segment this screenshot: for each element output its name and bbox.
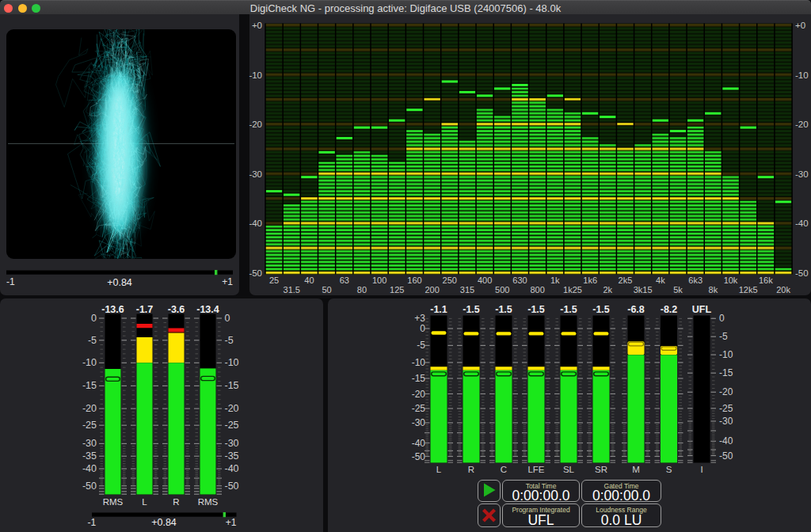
svg-text:-30: -30 [719, 416, 733, 427]
svg-text:S: S [666, 465, 672, 474]
svg-text:20k: 20k [776, 285, 790, 294]
svg-text:1k6: 1k6 [583, 276, 597, 285]
svg-text:-30: -30 [795, 169, 809, 179]
svg-text:-20: -20 [795, 120, 809, 129]
svg-text:-35: -35 [225, 450, 239, 462]
svg-text:-15: -15 [82, 380, 97, 391]
svg-text:-1: -1 [6, 276, 15, 287]
svg-text:-5: -5 [88, 335, 97, 346]
svg-text:-1.5: -1.5 [527, 304, 545, 315]
svg-text:160: 160 [407, 276, 421, 285]
svg-text:+0: +0 [252, 21, 262, 30]
svg-text:0: 0 [225, 313, 230, 324]
svg-text:80: 80 [357, 285, 367, 294]
svg-text:630: 630 [512, 276, 527, 285]
svg-text:-3.6: -3.6 [168, 304, 185, 315]
svg-text:6k3: 6k3 [688, 276, 702, 285]
svg-text:-13.6: -13.6 [101, 304, 124, 315]
svg-text:500: 500 [495, 285, 509, 294]
svg-text:-15: -15 [719, 367, 733, 378]
svg-text:-50: -50 [412, 451, 426, 462]
svg-text:-1.7: -1.7 [136, 304, 154, 315]
svg-text:250: 250 [443, 276, 457, 285]
svg-text:-1.1: -1.1 [430, 304, 447, 315]
svg-text:-8.2: -8.2 [661, 304, 678, 315]
svg-text:-40: -40 [249, 218, 262, 228]
svg-text:-25: -25 [82, 420, 97, 431]
svg-text:C: C [501, 465, 507, 474]
svg-text:4k: 4k [656, 276, 665, 285]
svg-text:16k: 16k [759, 276, 773, 285]
svg-text:SL: SL [563, 465, 575, 474]
svg-text:-40: -40 [412, 438, 426, 449]
svg-text:-25: -25 [225, 420, 239, 431]
svg-text:UFL: UFL [692, 304, 712, 315]
svg-text:-1.5: -1.5 [463, 304, 480, 315]
svg-text:-40: -40 [795, 218, 809, 228]
svg-text:-6.8: -6.8 [627, 304, 645, 315]
svg-text:-10: -10 [225, 357, 239, 368]
svg-text:R: R [173, 497, 179, 507]
svg-text:63: 63 [340, 276, 349, 285]
svg-text:-20: -20 [82, 403, 97, 414]
svg-text:R: R [468, 465, 474, 474]
svg-text:1k: 1k [550, 276, 560, 285]
svg-text:-50: -50 [82, 481, 97, 492]
svg-text:-30: -30 [412, 417, 426, 428]
svg-text:400: 400 [478, 276, 492, 285]
svg-text:-13.4: -13.4 [196, 304, 219, 315]
svg-text:-1: -1 [88, 517, 97, 528]
svg-text:-10: -10 [719, 349, 733, 360]
svg-text:-20: -20 [412, 389, 426, 400]
svg-text:315: 315 [460, 285, 474, 294]
svg-text:L: L [436, 465, 442, 474]
svg-text:+1: +1 [226, 517, 237, 528]
svg-text:200: 200 [425, 285, 439, 294]
svg-text:-25: -25 [412, 403, 426, 414]
svg-text:-40: -40 [82, 463, 97, 474]
svg-text:-10: -10 [82, 357, 97, 368]
svg-text:-10: -10 [249, 70, 262, 80]
svg-text:0: 0 [91, 313, 97, 324]
svg-text:SR: SR [595, 465, 607, 474]
svg-text:RMS: RMS [103, 497, 124, 507]
svg-text:2k: 2k [603, 285, 613, 294]
svg-text:50: 50 [322, 285, 331, 294]
svg-text:+0.84: +0.84 [107, 277, 132, 288]
svg-text:-50: -50 [795, 268, 809, 278]
svg-text:-20: -20 [719, 386, 733, 397]
svg-text:I: I [700, 465, 702, 474]
svg-text:-35: -35 [82, 450, 97, 462]
svg-text:5k: 5k [673, 285, 683, 294]
svg-text:-50: -50 [719, 450, 733, 462]
svg-text:-50: -50 [225, 481, 239, 492]
svg-text:-30: -30 [225, 438, 239, 449]
svg-text:100: 100 [372, 276, 386, 285]
svg-text:25: 25 [269, 276, 279, 285]
svg-text:-5: -5 [225, 335, 234, 346]
svg-text:LFE: LFE [527, 465, 544, 474]
svg-text:-1.5: -1.5 [592, 304, 610, 315]
svg-text:-40: -40 [719, 435, 733, 446]
svg-text:10k: 10k [724, 276, 738, 285]
svg-text:-1.5: -1.5 [560, 304, 577, 315]
svg-text:-40: -40 [225, 463, 239, 474]
svg-text:-25: -25 [719, 403, 733, 414]
svg-text:40: 40 [304, 276, 314, 285]
svg-text:0: 0 [719, 313, 725, 324]
svg-text:-50: -50 [249, 268, 262, 278]
svg-text:+0.84: +0.84 [151, 517, 177, 528]
svg-text:RMS: RMS [198, 497, 219, 507]
svg-text:1k25: 1k25 [563, 285, 582, 294]
svg-text:-20: -20 [225, 403, 239, 414]
svg-text:12k5: 12k5 [739, 285, 758, 294]
svg-text:M: M [632, 465, 640, 474]
svg-text:8k: 8k [709, 285, 718, 294]
svg-text:31.5: 31.5 [284, 285, 300, 294]
svg-text:-1.5: -1.5 [495, 304, 512, 315]
svg-text:-5: -5 [719, 331, 728, 342]
svg-text:-5: -5 [417, 340, 425, 351]
svg-text:-30: -30 [249, 169, 262, 179]
svg-text:-10: -10 [795, 70, 809, 80]
svg-text:2k5: 2k5 [619, 276, 633, 285]
